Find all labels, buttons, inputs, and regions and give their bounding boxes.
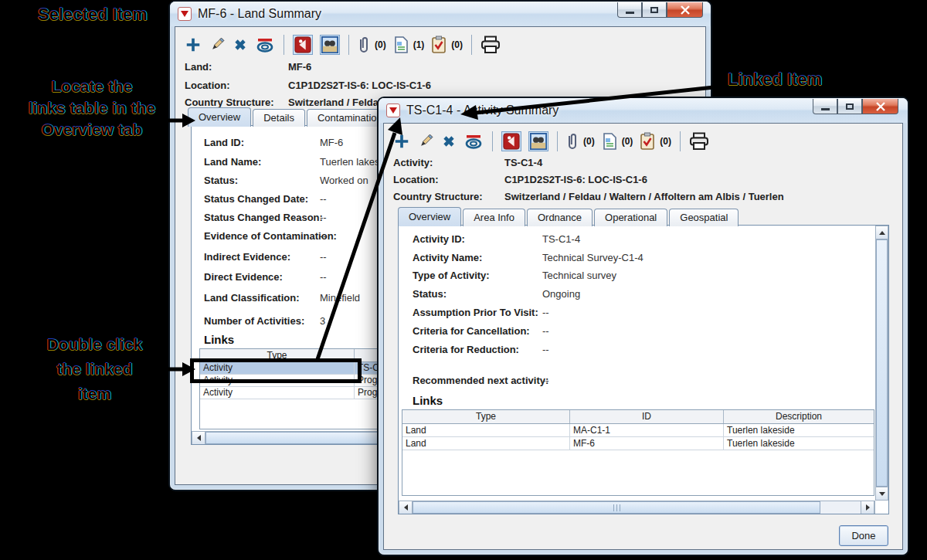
print-button[interactable] xyxy=(689,132,709,151)
print-button[interactable] xyxy=(480,36,501,54)
annotation-locate-links: Locate the links table in the Overview t… xyxy=(0,76,184,141)
toolbar-separator xyxy=(471,35,472,55)
vertical-scrollbar[interactable] xyxy=(875,226,888,501)
map-view-button[interactable] xyxy=(528,131,548,151)
delete-button[interactable] xyxy=(441,134,457,149)
documents-count: (0) xyxy=(622,136,633,147)
scrollbar-thumb[interactable] xyxy=(876,239,888,487)
field-label: Activity ID: xyxy=(413,233,465,245)
victim-report-button[interactable] xyxy=(501,131,521,151)
edit-button[interactable] xyxy=(209,36,226,53)
scroll-up-button[interactable] xyxy=(876,226,888,239)
scroll-left-button[interactable] xyxy=(399,501,413,514)
unlink-button[interactable] xyxy=(255,36,275,54)
annotation-rectangle xyxy=(190,358,362,383)
printer-icon xyxy=(480,36,501,54)
unlink-icon xyxy=(464,132,484,151)
toolbar-separator xyxy=(557,131,558,151)
field-value: -- xyxy=(542,344,549,355)
scroll-down-button[interactable] xyxy=(876,487,888,501)
cell-description[interactable]: Tuerlen lakeside xyxy=(724,437,874,450)
field-value: -- xyxy=(542,375,549,386)
activity-summary-window: TS-C1-4 - Activity Summary xyxy=(379,98,908,555)
scroll-left-button[interactable] xyxy=(192,432,205,444)
field-label: Status: xyxy=(413,288,447,300)
unlink-button[interactable] xyxy=(464,132,484,151)
field-row: Location: C1P1D2S2T-IS-6: LOC-IS-C1-6 xyxy=(185,80,705,93)
attachments-button[interactable] xyxy=(566,132,579,151)
annotation-line: Double click xyxy=(15,332,174,357)
attachments-button[interactable] xyxy=(358,36,370,54)
thumb-grip xyxy=(613,504,620,511)
cell-id[interactable]: MF-6 xyxy=(570,437,724,450)
cell-type[interactable]: Activity xyxy=(200,387,355,399)
minimize-button[interactable] xyxy=(617,2,642,18)
tab-operational[interactable]: Operational xyxy=(594,209,667,226)
close-button[interactable] xyxy=(862,99,898,114)
table-row[interactable]: Land MF-6 Tuerlen lakeside xyxy=(402,437,874,450)
field-label: Land Classification: xyxy=(204,292,300,304)
links-title: Links xyxy=(413,394,443,407)
add-button[interactable] xyxy=(185,36,202,53)
table-row[interactable]: Land MA-C1-1 Tuerlen lakeside xyxy=(402,424,874,437)
column-header-description[interactable]: Description xyxy=(724,410,874,423)
activity-overview-panel: Activity ID: TS-C1-4 Activity Name: Tech… xyxy=(398,225,889,514)
tab-area-info[interactable]: Area Info xyxy=(463,209,525,226)
close-button[interactable] xyxy=(667,2,703,18)
edit-button[interactable] xyxy=(417,133,434,150)
document-icon xyxy=(393,36,409,54)
left-arrow-icon xyxy=(197,435,201,441)
tab-ordnance[interactable]: Ordnance xyxy=(527,209,593,226)
field-label: Recommended next activity: xyxy=(413,375,548,386)
tab-details[interactable]: Details xyxy=(253,109,305,127)
field-value: MF-6 xyxy=(320,137,343,148)
scrollbar-thumb[interactable] xyxy=(413,501,820,514)
delete-button[interactable] xyxy=(233,37,248,53)
tab-overview[interactable]: Overview xyxy=(398,207,461,226)
tab-overview[interactable]: Overview xyxy=(188,107,251,127)
scrollbar-track[interactable] xyxy=(820,501,861,514)
field-value: -- xyxy=(320,193,327,205)
activity-window-body: (0) (0) (0) xyxy=(383,123,903,550)
clipboard-check-icon xyxy=(640,132,655,151)
country-structure-value: Switzerland / Feldau / Waltern / Affolte… xyxy=(504,191,784,202)
victim-icon xyxy=(294,36,311,53)
location-value: C1P1D2S2T-IS-6: LOC-IS-C1-6 xyxy=(288,80,431,91)
map-view-button[interactable] xyxy=(320,35,340,55)
column-header-type[interactable]: Type xyxy=(402,410,570,423)
tasks-button[interactable] xyxy=(431,36,447,54)
tasks-button[interactable] xyxy=(640,132,655,151)
field-label: Indirect Evidence: xyxy=(204,251,290,263)
field-label: Status Changed Date: xyxy=(204,193,308,205)
maximize-button[interactable] xyxy=(642,2,667,18)
cell-id[interactable]: MA-C1-1 xyxy=(570,424,724,436)
cell-type[interactable]: Land xyxy=(402,424,570,436)
pencil-icon xyxy=(417,133,434,150)
cell-description[interactable]: Tuerlen lakeside xyxy=(724,424,874,436)
land-value: MF-6 xyxy=(288,61,311,73)
annotation-linked-item: Linked Item xyxy=(728,70,913,90)
documents-button[interactable] xyxy=(393,36,409,54)
attachments-count: (0) xyxy=(583,136,595,147)
cell-type[interactable]: Land xyxy=(402,437,570,450)
country-structure-label: Country Structure: xyxy=(185,97,274,108)
document-icon xyxy=(602,132,617,151)
x-icon xyxy=(233,37,248,53)
add-button[interactable] xyxy=(393,133,410,150)
tab-geospatial[interactable]: Geospatial xyxy=(669,209,739,226)
land-label: Land: xyxy=(185,61,212,73)
done-button[interactable]: Done xyxy=(839,525,888,546)
right-arrow-icon xyxy=(866,504,870,511)
column-header-id[interactable]: ID xyxy=(570,410,724,423)
scroll-right-button[interactable] xyxy=(861,501,874,514)
documents-button[interactable] xyxy=(602,132,617,151)
minimize-button[interactable] xyxy=(813,99,837,114)
horizontal-scrollbar[interactable] xyxy=(399,501,875,514)
maximize-button[interactable] xyxy=(837,99,862,114)
field-value: Technical Survey-C1-4 xyxy=(542,252,643,263)
victim-report-button[interactable] xyxy=(293,35,313,55)
field-label: Status Changed Reason: xyxy=(204,212,323,223)
activity-label: Activity: xyxy=(393,157,433,168)
toolbar-separator xyxy=(284,35,284,55)
printer-icon xyxy=(689,132,709,151)
